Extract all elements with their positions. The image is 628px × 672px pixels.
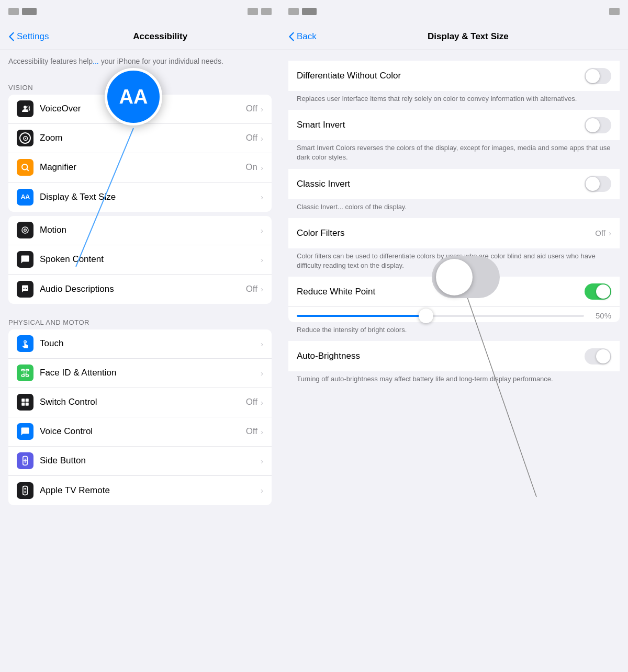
back-chevron-icon — [8, 32, 15, 41]
back-button[interactable]: Back — [288, 31, 317, 42]
motion-chevron-icon: › — [261, 226, 263, 235]
classic-invert-row[interactable]: Classic Invert — [288, 169, 620, 199]
smart-invert-toggle[interactable] — [585, 117, 611, 133]
magnifier-symbol — [20, 163, 30, 172]
status-battery2 — [261, 8, 272, 15]
zoom-value: Off — [246, 133, 257, 143]
slider-thumb[interactable] — [419, 309, 433, 323]
spoken-content-row[interactable]: Spoken Content › — [8, 245, 272, 275]
zoom-chevron-icon: › — [261, 134, 263, 143]
zoom-row[interactable]: ⊙ Zoom Off › — [8, 124, 272, 153]
voiceover-icon — [17, 100, 33, 117]
reduce-white-point-toggle[interactable] — [585, 283, 611, 300]
touch-symbol — [20, 339, 30, 348]
display-text-icon: AA — [17, 189, 33, 206]
apple-tv-remote-icon — [17, 482, 33, 499]
magnifier-label: Magnifier — [40, 162, 245, 173]
motion-symbol — [20, 225, 30, 235]
motion-label: Motion — [40, 225, 261, 235]
aa-bubble-text: AA — [119, 86, 148, 108]
differentiate-label: Differentiate Without Color — [297, 71, 585, 81]
audio-descriptions-row[interactable]: Audio Descriptions Off › — [8, 275, 272, 304]
audio-descriptions-label: Audio Descriptions — [40, 284, 246, 294]
apple-tv-chevron-icon: › — [261, 486, 263, 495]
zoom-label: Zoom — [40, 133, 246, 143]
spoken-content-icon — [17, 251, 33, 268]
differentiate-description: Replaces user interface items that rely … — [280, 91, 628, 110]
reduce-white-point-slider-container[interactable]: 50% — [288, 307, 620, 322]
smart-invert-row[interactable]: Smart Invert — [288, 110, 620, 140]
voice-control-chevron-icon: › — [261, 427, 263, 436]
touch-row[interactable]: Touch › — [8, 329, 272, 359]
voice-control-icon — [17, 423, 33, 440]
slider-track[interactable] — [297, 315, 584, 317]
voice-control-value: Off — [246, 426, 257, 437]
svg-rect-8 — [21, 375, 24, 377]
differentiate-toggle[interactable] — [585, 68, 611, 84]
reduce-white-point-label: Reduce White Point — [297, 287, 585, 297]
reduce-white-point-knob — [596, 284, 610, 299]
auto-brightness-label: Auto-Brightness — [297, 351, 585, 361]
svg-point-3 — [24, 229, 27, 232]
zoom-icon: ⊙ — [17, 130, 33, 146]
svg-rect-6 — [21, 369, 24, 371]
magnifier-value: On — [245, 162, 257, 173]
audio-descriptions-value: Off — [246, 284, 257, 294]
switch-control-value: Off — [246, 397, 257, 407]
switch-control-label: Switch Control — [40, 397, 246, 407]
svg-point-4 — [24, 288, 25, 289]
voice-control-label: Voice Control — [40, 426, 246, 437]
svg-point-2 — [22, 227, 28, 233]
svg-rect-15 — [23, 486, 27, 495]
reduce-white-point-description: Reduce the intensity of bright colors. — [280, 322, 628, 341]
back-chevron-right-icon — [288, 32, 295, 41]
right-settings-list: Differentiate Without Color Replaces use… — [280, 50, 628, 672]
face-id-symbol — [20, 368, 30, 378]
side-button-chevron-icon: › — [261, 457, 263, 465]
svg-point-5 — [26, 288, 27, 289]
apple-tv-remote-row[interactable]: Apple TV Remote › — [8, 476, 272, 505]
motion-row[interactable]: Motion › — [8, 216, 272, 245]
magnifier-row[interactable]: Magnifier On › — [8, 153, 272, 183]
switch-control-row[interactable]: Switch Control Off › — [8, 388, 272, 417]
side-button-row[interactable]: Side Button › — [8, 447, 272, 476]
right-nav-bar: Back Display & Text Size — [280, 23, 628, 50]
touch-label: Touch — [40, 338, 261, 349]
svg-rect-11 — [26, 398, 29, 402]
left-page-title: Accessibility — [49, 31, 272, 42]
classic-invert-toggle[interactable] — [585, 176, 611, 192]
display-text-size-row[interactable]: AA Display & Text Size › — [8, 183, 272, 212]
right-page-title: Display & Text Size — [317, 31, 620, 42]
status-bar-left — [8, 8, 37, 15]
svg-rect-17 — [24, 491, 26, 491]
spoken-symbol — [20, 255, 30, 264]
voiceover-value: Off — [246, 104, 257, 114]
right-status-bar — [280, 0, 628, 23]
side-button-icon — [17, 452, 33, 469]
face-id-row[interactable]: Face ID & Attention › — [8, 359, 272, 388]
display-text-label: Display & Text Size — [40, 192, 261, 202]
status-battery — [248, 8, 258, 15]
reduce-white-point-row[interactable]: Reduce White Point — [288, 277, 620, 307]
svg-point-0 — [24, 106, 27, 109]
auto-brightness-knob — [596, 349, 610, 363]
settings-back-button[interactable]: Settings — [8, 31, 49, 42]
spoken-content-label: Spoken Content — [40, 254, 261, 265]
auto-brightness-row[interactable]: Auto-Brightness — [288, 341, 620, 371]
right-status-signal — [288, 8, 299, 15]
spoken-content-chevron-icon: › — [261, 255, 263, 264]
auto-brightness-description: Turning off auto-brightness may affect b… — [280, 371, 628, 390]
svg-rect-13 — [26, 403, 29, 406]
smart-invert-group: Smart Invert — [288, 110, 620, 140]
status-wifi — [22, 8, 37, 15]
voice-control-row[interactable]: Voice Control Off › — [8, 417, 272, 447]
smart-invert-knob — [586, 118, 600, 132]
face-id-icon — [17, 365, 33, 381]
svg-rect-18 — [24, 492, 26, 493]
apple-tv-label: Apple TV Remote — [40, 485, 261, 496]
right-back-label: Back — [297, 31, 317, 42]
auto-brightness-toggle[interactable] — [585, 348, 611, 365]
differentiate-row[interactable]: Differentiate Without Color — [288, 61, 620, 91]
back-label: Settings — [17, 31, 49, 42]
color-filters-row[interactable]: Color Filters Off › — [288, 218, 620, 248]
